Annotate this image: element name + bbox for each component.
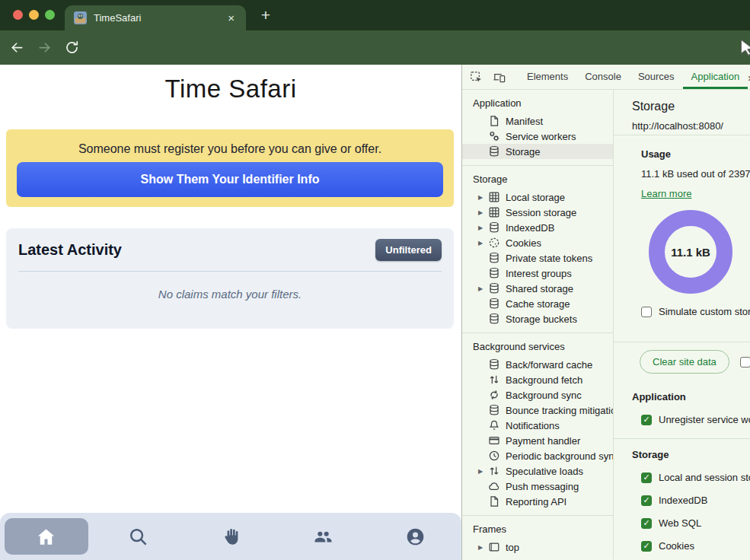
usage-heading: Usage	[641, 148, 750, 160]
cloud-icon	[488, 480, 500, 492]
devtools-panel: Elements Console Sources Application » A…	[461, 65, 750, 560]
sidebar-section-title: Frames	[462, 517, 613, 539]
expander-icon[interactable]: ▶	[478, 240, 488, 247]
people-icon	[313, 527, 334, 547]
expander-icon[interactable]: ▶	[478, 544, 488, 551]
sidebar-item[interactable]: ▶ Local storage	[462, 189, 613, 205]
window-controls	[13, 10, 55, 20]
expander-icon[interactable]: ▶	[478, 468, 488, 475]
sync-icon	[488, 389, 500, 401]
latest-activity-heading: Latest Activity	[18, 241, 122, 259]
sidebar-item[interactable]: ▶ Manifest	[462, 113, 613, 129]
devtools-sidebar: Application ▶ Manifest ▶	[462, 90, 614, 559]
reload-icon[interactable]	[64, 40, 80, 56]
sidebar-section: Background services ▶ Back/forward cache…	[462, 333, 613, 516]
frame-icon	[488, 541, 500, 553]
sidebar-item[interactable]: ▶ top	[462, 539, 613, 555]
devtools-tab[interactable]: Elements	[519, 65, 576, 89]
storage-clear-section: Storage Local and session storage Indexe…	[614, 439, 750, 559]
empty-claims-message: No claims match your filters.	[6, 288, 454, 301]
checkbox[interactable]	[641, 541, 652, 552]
sidebar-item[interactable]: ▶ Background fetch	[462, 372, 613, 387]
expander-icon[interactable]: ▶	[478, 285, 488, 292]
sidebar-item[interactable]: ▶ Interest groups	[462, 266, 613, 281]
database-icon	[488, 221, 500, 234]
storage-pane: Storage http://localhost:8080/ Usage 11.…	[614, 90, 750, 559]
card-divider	[18, 271, 442, 272]
device-toolbar-icon[interactable]	[492, 70, 506, 84]
minimize-window-button[interactable]	[29, 10, 39, 20]
sidebar-section: Storage ▶ Local storage ▶	[462, 166, 613, 333]
application-section-heading: Application	[632, 391, 750, 402]
sidebar-item[interactable]: ▶ Cache storage	[462, 296, 613, 311]
devtools-tab[interactable]: Application	[683, 65, 748, 89]
learn-more-link[interactable]: Learn more	[641, 188, 691, 199]
clear-option[interactable]: IndexedDB	[641, 495, 750, 506]
expander-icon[interactable]: ▶	[478, 224, 488, 231]
bottom-nav-item[interactable]	[92, 513, 184, 560]
checkbox[interactable]	[641, 415, 652, 425]
zoom-window-button[interactable]	[45, 10, 55, 20]
sidebar-item[interactable]: ▶ Push messaging	[462, 479, 613, 494]
database-icon	[488, 252, 500, 264]
checkbox[interactable]	[641, 473, 652, 483]
clear-option[interactable]: Unregister service workers	[641, 414, 750, 425]
expander-icon[interactable]: ▶	[478, 194, 488, 201]
sidebar-section-title: Background services	[462, 335, 613, 357]
database-icon	[488, 145, 500, 158]
bottom-nav-item[interactable]	[184, 513, 276, 560]
simulate-quota-option[interactable]: Simulate custom storage quota	[641, 306, 750, 317]
sidebar-item[interactable]: ▶ Service workers	[462, 129, 613, 144]
sidebar-item[interactable]: ▶ Shared storage	[462, 281, 613, 296]
application-clear-section: Application Unregister service workers	[614, 381, 750, 439]
sidebar-item[interactable]: ▶ Cookies	[462, 235, 613, 250]
sidebar-item[interactable]: ▶ Bounce tracking mitigations	[462, 402, 613, 418]
storage-section-heading: Storage	[632, 449, 750, 460]
third-party-cookies-checkbox[interactable]	[740, 357, 750, 368]
clear-option[interactable]: Local and session storage	[641, 472, 750, 483]
table-icon	[488, 206, 500, 218]
forward-icon[interactable]	[37, 40, 53, 56]
sidebar-item[interactable]: ▶ IndexedDB	[462, 220, 613, 235]
bell-icon	[488, 419, 500, 431]
sidebar-item[interactable]: ▶ Background sync	[462, 387, 613, 402]
clear-site-data-button[interactable]: Clear site data	[640, 350, 729, 374]
sidebar-item[interactable]: ▶ Storage buckets	[462, 311, 613, 326]
bottom-nav-item[interactable]	[0, 513, 92, 560]
new-tab-button[interactable]: +	[257, 7, 275, 25]
sidebar-item[interactable]: ▶ Periodic background sync	[462, 448, 613, 463]
sidebar-item[interactable]: ▶ Back/forward cache	[462, 357, 613, 372]
bottom-nav-item[interactable]	[369, 513, 461, 560]
updown-icon	[488, 465, 500, 477]
sidebar-section-title: Application	[462, 91, 613, 113]
expander-icon[interactable]: ▶	[478, 209, 488, 216]
unfiltered-button[interactable]: Unfiltered	[375, 239, 442, 261]
back-icon[interactable]	[9, 40, 25, 56]
checkbox[interactable]	[641, 495, 652, 506]
bottom-nav-item[interactable]	[277, 513, 369, 560]
sidebar-item[interactable]: ▶ Notifications	[462, 418, 613, 433]
clear-option[interactable]: Web SQL	[641, 517, 750, 529]
sidebar-item[interactable]: ▶ Speculative loads	[462, 463, 613, 479]
show-identifier-info-button[interactable]: Show Them Your Identifier Info	[17, 162, 443, 197]
devtools-tab[interactable]: Console	[576, 65, 630, 89]
sidebar-item[interactable]: ▶ Session storage	[462, 205, 613, 220]
devtools-tab[interactable]: Sources	[630, 65, 683, 89]
pane-title: Storage	[632, 100, 750, 113]
sidebar-item[interactable]: ▶ Storage	[462, 144, 613, 159]
favicon	[74, 11, 87, 24]
clear-option[interactable]: Cookies	[641, 540, 750, 552]
browser-tab[interactable]: TimeSafari ×	[65, 5, 246, 30]
page-title: Time Safari	[0, 75, 461, 103]
close-window-button[interactable]	[13, 10, 23, 20]
simulate-quota-checkbox[interactable]	[641, 307, 652, 317]
sidebar-item[interactable]: ▶ Reporting API	[462, 494, 613, 509]
usage-donut-chart: 11.1 kB	[649, 210, 732, 294]
checkbox[interactable]	[641, 518, 652, 529]
sidebar-item[interactable]: ▶ Payment handler	[462, 433, 613, 448]
latest-activity-card: Latest Activity Unfiltered No claims mat…	[6, 228, 454, 329]
tab-close-icon[interactable]: ×	[225, 11, 237, 25]
sidebar-section-title: Storage	[462, 167, 613, 189]
sidebar-item[interactable]: ▶ Private state tokens	[462, 250, 613, 266]
inspect-element-icon[interactable]	[469, 70, 484, 84]
